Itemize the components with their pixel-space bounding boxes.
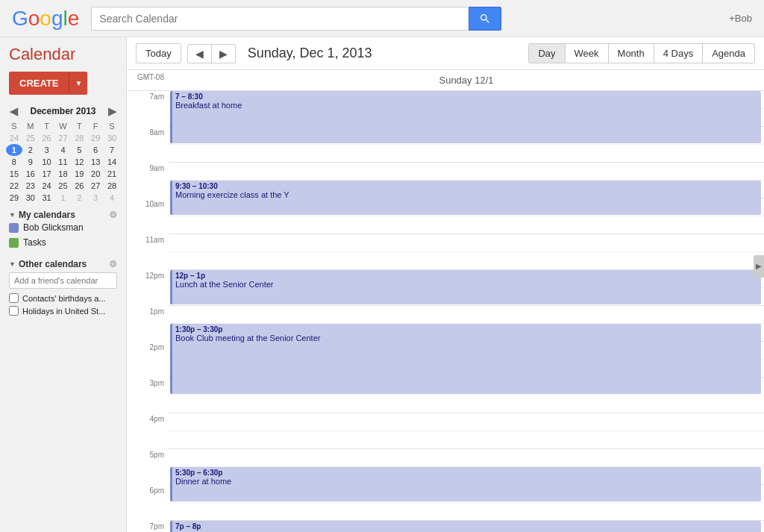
mini-cal-day[interactable]: 16 [22,168,39,180]
mini-cal-day[interactable]: 6 [87,144,104,156]
mini-cal-day[interactable]: 26 [71,180,87,192]
other-calendars-settings[interactable]: ⚙ [109,259,117,269]
event-time: 7 – 8:30 [175,93,758,101]
mini-cal-dow: S [104,120,120,132]
my-calendars-settings[interactable]: ⚙ [109,210,117,220]
mini-cal-day[interactable]: 4 [55,144,72,156]
mini-cal-day[interactable]: 1 [55,192,72,204]
day-columns[interactable]: 7 – 8:30Breakfast at home9:30 – 10:30Mor… [169,91,764,532]
mini-cal-day[interactable]: 15 [6,168,22,180]
mini-cal-day[interactable]: 9 [22,156,39,168]
time-label: 10am [127,198,169,234]
cal-color [9,223,19,233]
events-layer: 7 – 8:30Breakfast at home9:30 – 10:30Mor… [169,91,764,532]
calendar-event-phonecall[interactable]: 7p – 8pPhone call with the grandkids [170,521,761,532]
mini-cal-day[interactable]: 19 [71,168,87,180]
mini-cal-day[interactable]: 30 [104,132,120,144]
mini-cal-day[interactable]: 8 [6,156,22,168]
mini-cal-day[interactable]: 28 [104,180,120,192]
mini-calendar-header: ◀ December 2013 ▶ [6,105,120,117]
mini-cal-day[interactable]: 26 [39,132,55,144]
my-calendar-item[interactable]: Bob Glicksman [9,220,117,235]
view-button-month[interactable]: Month [608,44,654,63]
search-input[interactable] [91,7,469,31]
mini-cal-day[interactable]: 29 [6,192,22,204]
mini-cal-day[interactable]: 23 [22,180,39,192]
mini-cal-day[interactable]: 24 [39,180,55,192]
mini-cal-day[interactable]: 4 [104,192,120,204]
time-grid: 7am8am9am10am11am12pm1pm2pm3pm4pm5pm6pm7… [127,91,764,532]
mini-cal-day[interactable]: 1 [6,144,22,156]
mini-cal-dow: T [39,120,55,132]
my-calendar-item[interactable]: Tasks [9,235,117,250]
view-button-4-days[interactable]: 4 Days [654,44,702,63]
mini-cal-day[interactable]: 2 [71,192,87,204]
view-button-week[interactable]: Week [565,44,608,63]
today-button[interactable]: Today [136,43,181,63]
time-label: 5pm [127,449,169,485]
event-title: Book Club meeting at the Senior Center [175,334,758,342]
other-calendar-item: Contacts' birthdays a... [9,292,117,304]
mini-cal-day[interactable]: 10 [39,156,55,168]
mini-cal-dow: W [55,120,72,132]
nav-buttons: ◀ ▶ [187,44,236,63]
other-calendars-header[interactable]: ▼ Other calendars ⚙ [9,259,117,269]
cal-color [9,238,19,248]
mini-cal-day[interactable]: 3 [39,144,55,156]
view-button-day[interactable]: Day [529,44,564,63]
time-label: 3pm [127,378,169,413]
calendar-event-lunch[interactable]: 12p – 1pLunch at the Senior Center [170,270,761,304]
calendar-event-bookclub[interactable]: 1:30p – 3:30pBook Club meeting at the Se… [170,324,761,394]
mini-cal-day[interactable]: 27 [55,132,72,144]
search-button[interactable] [469,7,501,31]
mini-cal-day[interactable]: 31 [39,192,55,204]
mini-cal-day[interactable]: 2 [22,144,39,156]
mini-cal-day[interactable]: 20 [87,168,104,180]
mini-cal-day[interactable]: 25 [22,132,39,144]
time-label: 7pm [127,521,169,532]
my-calendars-triangle: ▼ [9,211,16,219]
mini-cal-day[interactable]: 3 [87,192,104,204]
mini-cal-week-row: 15161718192021 [6,168,120,180]
mini-cal-day[interactable]: 24 [6,132,22,144]
mini-cal-day[interactable]: 17 [39,168,55,180]
scroll-arrow-right[interactable]: ▶ [754,255,764,278]
mini-cal-day[interactable]: 29 [87,132,104,144]
my-calendars-header[interactable]: ▼ My calendars ⚙ [9,210,117,220]
mini-cal-day[interactable]: 27 [87,180,104,192]
calendar-event-dinner[interactable]: 5:30p – 6:30pDinner at home [170,467,761,501]
mini-cal-grid: SMTWTFS 24252627282930123456789101112131… [6,120,120,204]
mini-cal-next[interactable]: ▶ [106,105,119,117]
cal-name: Tasks [23,237,46,248]
mini-calendar: ◀ December 2013 ▶ SMTWTFS 24252627282930… [0,105,126,204]
create-dropdown-arrow[interactable]: ▼ [69,73,87,93]
mini-cal-day[interactable]: 12 [71,156,87,168]
other-cal-name: Contacts' birthdays a... [22,294,106,303]
main-content: Today ◀ ▶ Sunday, Dec 1, 2013 DayWeekMon… [127,37,764,532]
mini-cal-day[interactable]: 25 [55,180,72,192]
prev-button[interactable]: ◀ [188,45,211,63]
mini-cal-day[interactable]: 5 [71,144,87,156]
user-link[interactable]: +Bob [729,13,752,24]
other-cal-checkbox[interactable] [9,306,19,316]
calendar-event-exercise[interactable]: 9:30 – 10:30Morning exercize class at th… [170,181,761,215]
mini-cal-day[interactable]: 14 [104,156,120,168]
mini-cal-day[interactable]: 21 [104,168,120,180]
mini-cal-day[interactable]: 18 [55,168,72,180]
mini-cal-day[interactable]: 22 [6,180,22,192]
other-cal-checkbox[interactable] [9,293,19,303]
create-button[interactable]: CREATE ▼ [9,72,87,95]
mini-cal-day[interactable]: 7 [104,144,120,156]
mini-cal-day[interactable]: 28 [71,132,87,144]
next-button[interactable]: ▶ [211,45,235,63]
other-calendars-triangle: ▼ [9,260,16,268]
mini-cal-day[interactable]: 30 [22,192,39,204]
view-button-agenda[interactable]: Agenda [702,44,754,63]
mini-cal-prev[interactable]: ◀ [7,105,20,117]
calendar-event-breakfast[interactable]: 7 – 8:30Breakfast at home [170,91,761,143]
add-friend-input[interactable] [9,272,117,289]
event-title: Lunch at the Senior Center [175,280,758,289]
mini-cal-day[interactable]: 13 [87,156,104,168]
mini-cal-day[interactable]: 11 [55,156,72,168]
day-header-cell: Sunday 12/1 [169,70,764,90]
